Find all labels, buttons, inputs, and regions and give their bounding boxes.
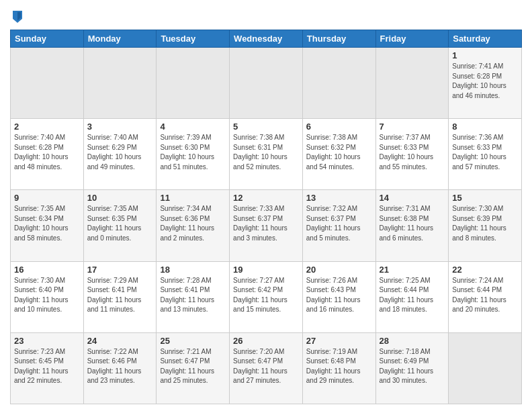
logo-icon [11, 9, 24, 24]
day-number: 1 [452, 50, 518, 60]
day-info: Sunrise: 7:27 AM Sunset: 6:42 PM Dayligh… [233, 276, 299, 315]
day-info: Sunrise: 7:31 AM Sunset: 6:38 PM Dayligh… [380, 204, 445, 243]
calendar-cell: 20Sunrise: 7:26 AM Sunset: 6:43 PM Dayli… [302, 261, 375, 332]
calendar-cell: 13Sunrise: 7:32 AM Sunset: 6:37 PM Dayli… [302, 190, 375, 261]
calendar-cell: 21Sunrise: 7:25 AM Sunset: 6:44 PM Dayli… [375, 261, 449, 332]
day-info: Sunrise: 7:24 AM Sunset: 6:44 PM Dayligh… [452, 276, 518, 315]
day-number: 7 [380, 122, 445, 132]
day-info: Sunrise: 7:22 AM Sunset: 6:46 PM Dayligh… [87, 347, 153, 386]
day-info: Sunrise: 7:36 AM Sunset: 6:33 PM Dayligh… [452, 133, 518, 172]
column-header-monday: Monday [83, 30, 157, 48]
day-number: 21 [380, 265, 445, 275]
calendar-week-1: 1Sunrise: 7:41 AM Sunset: 6:28 PM Daylig… [11, 48, 522, 119]
calendar-cell: 11Sunrise: 7:34 AM Sunset: 6:36 PM Dayli… [157, 190, 230, 261]
day-number: 5 [233, 122, 299, 132]
calendar-cell: 1Sunrise: 7:41 AM Sunset: 6:28 PM Daylig… [449, 48, 522, 119]
calendar-cell: 16Sunrise: 7:30 AM Sunset: 6:40 PM Dayli… [11, 261, 84, 332]
day-info: Sunrise: 7:41 AM Sunset: 6:28 PM Dayligh… [452, 62, 518, 101]
day-info: Sunrise: 7:33 AM Sunset: 6:37 PM Dayligh… [233, 204, 299, 243]
day-number: 14 [380, 193, 445, 203]
calendar-cell: 19Sunrise: 7:27 AM Sunset: 6:42 PM Dayli… [230, 261, 303, 332]
page: SundayMondayTuesdayWednesdayThursdayFrid… [0, 0, 532, 411]
day-info: Sunrise: 7:38 AM Sunset: 6:31 PM Dayligh… [233, 133, 299, 172]
column-header-tuesday: Tuesday [157, 30, 230, 48]
day-info: Sunrise: 7:18 AM Sunset: 6:49 PM Dayligh… [380, 347, 445, 386]
day-number: 19 [233, 265, 299, 275]
calendar-cell [230, 48, 303, 119]
day-number: 4 [160, 122, 226, 132]
day-info: Sunrise: 7:39 AM Sunset: 6:30 PM Dayligh… [160, 133, 226, 172]
day-info: Sunrise: 7:29 AM Sunset: 6:41 PM Dayligh… [87, 276, 153, 315]
day-number: 25 [160, 336, 226, 346]
day-info: Sunrise: 7:40 AM Sunset: 6:29 PM Dayligh… [87, 133, 153, 172]
column-header-saturday: Saturday [449, 30, 522, 48]
day-number: 20 [306, 265, 372, 275]
calendar-table: SundayMondayTuesdayWednesdayThursdayFrid… [10, 30, 522, 404]
day-info: Sunrise: 7:32 AM Sunset: 6:37 PM Dayligh… [306, 204, 372, 243]
column-header-sunday: Sunday [11, 30, 84, 48]
calendar-cell [302, 48, 375, 119]
day-number: 8 [452, 122, 518, 132]
day-info: Sunrise: 7:21 AM Sunset: 6:47 PM Dayligh… [160, 347, 226, 386]
day-info: Sunrise: 7:25 AM Sunset: 6:44 PM Dayligh… [380, 276, 445, 315]
calendar-cell: 4Sunrise: 7:39 AM Sunset: 6:30 PM Daylig… [157, 119, 230, 190]
day-info: Sunrise: 7:35 AM Sunset: 6:34 PM Dayligh… [14, 204, 80, 243]
calendar-cell: 14Sunrise: 7:31 AM Sunset: 6:38 PM Dayli… [375, 190, 449, 261]
day-number: 16 [14, 265, 80, 275]
column-header-wednesday: Wednesday [230, 30, 303, 48]
day-info: Sunrise: 7:23 AM Sunset: 6:45 PM Dayligh… [14, 347, 80, 386]
day-number: 10 [87, 193, 153, 203]
calendar-cell: 18Sunrise: 7:28 AM Sunset: 6:41 PM Dayli… [157, 261, 230, 332]
day-number: 6 [306, 122, 372, 132]
day-number: 22 [452, 265, 518, 275]
day-number: 24 [87, 336, 153, 346]
day-info: Sunrise: 7:38 AM Sunset: 6:32 PM Dayligh… [306, 133, 372, 172]
calendar-cell: 25Sunrise: 7:21 AM Sunset: 6:47 PM Dayli… [157, 332, 230, 404]
day-number: 2 [14, 122, 80, 132]
calendar-cell: 24Sunrise: 7:22 AM Sunset: 6:46 PM Dayli… [83, 332, 157, 404]
day-number: 13 [306, 193, 372, 203]
day-number: 23 [14, 336, 80, 346]
calendar-cell: 8Sunrise: 7:36 AM Sunset: 6:33 PM Daylig… [449, 119, 522, 190]
day-info: Sunrise: 7:30 AM Sunset: 6:39 PM Dayligh… [452, 204, 518, 243]
calendar-week-3: 9Sunrise: 7:35 AM Sunset: 6:34 PM Daylig… [11, 190, 522, 261]
calendar-cell [375, 48, 449, 119]
header [10, 7, 522, 24]
column-header-friday: Friday [375, 30, 449, 48]
day-info: Sunrise: 7:35 AM Sunset: 6:35 PM Dayligh… [87, 204, 153, 243]
calendar-cell: 23Sunrise: 7:23 AM Sunset: 6:45 PM Dayli… [11, 332, 84, 404]
day-info: Sunrise: 7:40 AM Sunset: 6:28 PM Dayligh… [14, 133, 80, 172]
calendar-cell: 6Sunrise: 7:38 AM Sunset: 6:32 PM Daylig… [302, 119, 375, 190]
calendar-cell [83, 48, 157, 119]
calendar-cell [157, 48, 230, 119]
calendar-cell [449, 332, 522, 404]
calendar-cell: 26Sunrise: 7:20 AM Sunset: 6:47 PM Dayli… [230, 332, 303, 404]
calendar-cell: 22Sunrise: 7:24 AM Sunset: 6:44 PM Dayli… [449, 261, 522, 332]
calendar-week-2: 2Sunrise: 7:40 AM Sunset: 6:28 PM Daylig… [11, 119, 522, 190]
calendar-cell: 28Sunrise: 7:18 AM Sunset: 6:49 PM Dayli… [375, 332, 449, 404]
calendar-header-row: SundayMondayTuesdayWednesdayThursdayFrid… [11, 30, 522, 48]
day-info: Sunrise: 7:20 AM Sunset: 6:47 PM Dayligh… [233, 347, 299, 386]
calendar-cell: 10Sunrise: 7:35 AM Sunset: 6:35 PM Dayli… [83, 190, 157, 261]
day-number: 15 [452, 193, 518, 203]
day-info: Sunrise: 7:37 AM Sunset: 6:33 PM Dayligh… [380, 133, 445, 172]
calendar-cell: 27Sunrise: 7:19 AM Sunset: 6:48 PM Dayli… [302, 332, 375, 404]
day-info: Sunrise: 7:28 AM Sunset: 6:41 PM Dayligh… [160, 276, 226, 315]
calendar-cell: 12Sunrise: 7:33 AM Sunset: 6:37 PM Dayli… [230, 190, 303, 261]
day-number: 27 [306, 336, 372, 346]
calendar-cell: 15Sunrise: 7:30 AM Sunset: 6:39 PM Dayli… [449, 190, 522, 261]
calendar-cell [11, 48, 84, 119]
day-info: Sunrise: 7:26 AM Sunset: 6:43 PM Dayligh… [306, 276, 372, 315]
calendar-cell: 3Sunrise: 7:40 AM Sunset: 6:29 PM Daylig… [83, 119, 157, 190]
day-info: Sunrise: 7:34 AM Sunset: 6:36 PM Dayligh… [160, 204, 226, 243]
day-number: 12 [233, 193, 299, 203]
calendar-cell: 2Sunrise: 7:40 AM Sunset: 6:28 PM Daylig… [11, 119, 84, 190]
logo [10, 9, 24, 24]
calendar-cell: 7Sunrise: 7:37 AM Sunset: 6:33 PM Daylig… [375, 119, 449, 190]
calendar-week-4: 16Sunrise: 7:30 AM Sunset: 6:40 PM Dayli… [11, 261, 522, 332]
day-info: Sunrise: 7:19 AM Sunset: 6:48 PM Dayligh… [306, 347, 372, 386]
day-number: 11 [160, 193, 226, 203]
calendar-cell: 5Sunrise: 7:38 AM Sunset: 6:31 PM Daylig… [230, 119, 303, 190]
day-number: 3 [87, 122, 153, 132]
calendar-week-5: 23Sunrise: 7:23 AM Sunset: 6:45 PM Dayli… [11, 332, 522, 404]
